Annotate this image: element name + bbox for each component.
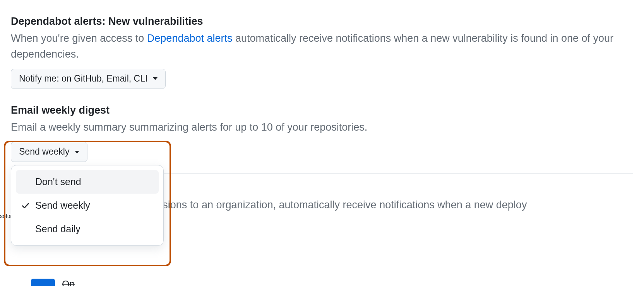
dependabot-alerts-section: Dependabot alerts: New vulnerabilities W… <box>11 15 633 89</box>
toggle-label: On <box>62 279 75 286</box>
menu-item-dont-send[interactable]: Don't send <box>16 170 159 194</box>
dependabot-alerts-title: Dependabot alerts: New vulnerabilities <box>11 15 633 27</box>
email-weekly-digest-description: Email a weekly summary summarizing alert… <box>11 119 633 135</box>
check-icon <box>21 201 30 210</box>
dependabot-alerts-description: When you're given access to Dependabot a… <box>11 31 633 62</box>
caret-down-icon <box>153 77 158 80</box>
email-weekly-digest-section: Email weekly digest Email a weekly summa… <box>11 104 633 162</box>
notify-me-dropdown[interactable]: Notify me: on GitHub, Email, CLI <box>11 69 166 89</box>
desc-text-prefix: When you're given access to <box>11 32 147 44</box>
digest-dropdown-wrapper: Send weekly Don't send Send weekly <box>11 142 87 162</box>
dependabot-alerts-link[interactable]: Dependabot alerts <box>147 32 233 44</box>
menu-item-label: Send daily <box>35 223 80 235</box>
toggle-track <box>31 279 55 286</box>
menu-item-send-daily[interactable]: Send daily <box>16 217 159 241</box>
send-weekly-label: Send weekly <box>19 146 69 158</box>
notify-toggle[interactable]: On <box>31 277 75 286</box>
notify-me-label: Notify me: on GitHub, Email, CLI <box>19 73 147 85</box>
email-weekly-digest-title: Email weekly digest <box>11 104 633 116</box>
caret-down-icon <box>75 151 79 153</box>
digest-dropdown-menu: Don't send Send weekly Send daily <box>11 165 164 246</box>
check-slot <box>21 201 35 210</box>
menu-item-label: Send weekly <box>35 200 90 211</box>
menu-item-send-weekly[interactable]: Send weekly <box>16 194 159 217</box>
menu-item-label: Don't send <box>35 176 81 187</box>
send-weekly-dropdown[interactable]: Send weekly <box>11 142 87 162</box>
partial-desc-text: missions to an organization, automatical… <box>146 199 527 211</box>
